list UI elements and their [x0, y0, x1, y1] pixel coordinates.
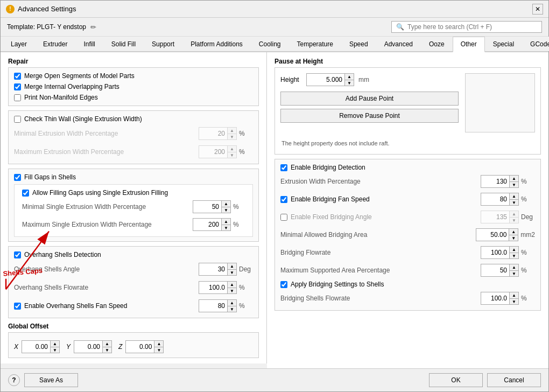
fill-gaps-section: Fill Gaps in Shells Allow Filling Gaps u…	[8, 169, 259, 242]
y-input[interactable]	[74, 341, 102, 353]
max-area-btns: ▲ ▼	[509, 264, 518, 276]
ok-button[interactable]: OK	[429, 373, 483, 387]
allow-filling-checkbox[interactable]	[22, 190, 29, 197]
overhang-angle-up[interactable]: ▲	[228, 263, 236, 269]
close-button[interactable]: ✕	[532, 4, 543, 15]
max-area-input[interactable]	[481, 264, 509, 276]
max-single-input[interactable]	[193, 219, 221, 230]
flowrate-down[interactable]: ▼	[510, 253, 518, 258]
x-up[interactable]: ▲	[51, 341, 59, 347]
check-thin-wall-label: Check Thin Wall (Single Extrusion Width)	[24, 115, 142, 123]
save-as-button[interactable]: Save As	[24, 373, 78, 387]
tab-solid-fill[interactable]: Solid Fill	[103, 37, 144, 51]
tab-platform-additions[interactable]: Platform Additions	[182, 37, 251, 51]
min-single-up[interactable]: ▲	[222, 201, 230, 207]
max-area-down[interactable]: ▼	[510, 270, 518, 276]
fixed-angle-checkbox[interactable]	[280, 214, 287, 221]
tab-support[interactable]: Support	[144, 37, 182, 51]
search-input[interactable]	[407, 23, 537, 31]
fixed-angle-input[interactable]	[481, 211, 509, 223]
bridging-fan-down[interactable]: ▼	[510, 199, 518, 205]
extrusion-width-up[interactable]: ▲	[510, 176, 518, 181]
tab-ooze[interactable]: Ooze	[421, 37, 453, 51]
shells-flowrate-up[interactable]: ▲	[510, 292, 518, 298]
fixed-angle-down[interactable]: ▼	[510, 217, 518, 223]
help-button[interactable]: ?	[8, 374, 20, 386]
apply-settings-checkbox[interactable]	[280, 281, 287, 288]
enable-fan-down[interactable]: ▼	[228, 306, 236, 312]
overhang-flowrate-input[interactable]	[199, 282, 227, 293]
max-extrusion-input[interactable]	[199, 146, 227, 158]
overhang-angle-input[interactable]	[199, 263, 227, 275]
x-down[interactable]: ▼	[51, 347, 59, 353]
enable-fan-input[interactable]	[199, 300, 227, 312]
global-offset-box: X ▲ ▼ Y	[8, 332, 259, 358]
tab-cooling[interactable]: Cooling	[251, 37, 289, 51]
max-single-up[interactable]: ▲	[222, 219, 230, 225]
cancel-button[interactable]: Cancel	[487, 373, 541, 387]
height-input[interactable]	[307, 74, 344, 86]
tab-speed[interactable]: Speed	[341, 37, 376, 51]
extrusion-width-down[interactable]: ▼	[510, 181, 518, 187]
pencil-icon[interactable]: ✏	[90, 23, 96, 31]
shells-flowrate-right: ▲ ▼ %	[481, 292, 535, 305]
overhang-flowrate-label: Overhang Shells Flowrate	[14, 284, 88, 291]
overhang-angle-down[interactable]: ▼	[228, 269, 236, 275]
bridging-fan-checkbox[interactable]	[280, 196, 287, 203]
fixed-angle-up[interactable]: ▲	[510, 211, 518, 217]
tab-gcode[interactable]: GCode	[522, 37, 549, 51]
min-extrusion-down[interactable]: ▼	[228, 134, 236, 139]
max-extrusion-up[interactable]: ▲	[228, 146, 236, 152]
flowrate-unit: %	[521, 249, 535, 256]
remove-pause-button[interactable]: Remove Pause Point	[280, 109, 459, 123]
min-area-up[interactable]: ▲	[509, 229, 518, 235]
max-area-up[interactable]: ▲	[510, 264, 518, 270]
flowrate-input[interactable]	[481, 247, 509, 258]
bridging-fan-up[interactable]: ▲	[510, 193, 518, 199]
max-extrusion-down[interactable]: ▼	[228, 152, 236, 158]
flowrate-up[interactable]: ▲	[510, 247, 518, 253]
enable-fan-checkbox[interactable]	[14, 303, 21, 310]
min-single-input[interactable]	[193, 201, 221, 213]
min-area-unit: mm2	[520, 231, 535, 239]
tab-temperature[interactable]: Temperature	[289, 37, 341, 51]
min-area-down[interactable]: ▼	[509, 235, 518, 241]
x-input[interactable]	[22, 341, 50, 353]
z-down[interactable]: ▼	[154, 347, 163, 353]
height-down[interactable]: ▼	[345, 80, 354, 86]
min-extrusion-input[interactable]	[199, 128, 227, 139]
z-input[interactable]	[126, 341, 154, 353]
shells-flowrate-unit: %	[521, 295, 535, 302]
enable-bridging-checkbox[interactable]	[280, 164, 287, 171]
main-content: Repair Merge Open Segments of Model Part…	[1, 52, 548, 368]
merge-open-checkbox[interactable]	[14, 73, 21, 80]
min-area-input[interactable]	[476, 229, 509, 241]
tab-extruder[interactable]: Extruder	[35, 37, 75, 51]
min-single-down[interactable]: ▼	[222, 207, 230, 213]
extrusion-width-input[interactable]	[481, 176, 509, 187]
shells-flowrate-input[interactable]	[481, 292, 509, 304]
tab-special[interactable]: Special	[485, 37, 522, 51]
tab-other[interactable]: Other	[453, 37, 485, 52]
add-pause-button[interactable]: Add Pause Point	[280, 92, 459, 106]
enable-fan-up[interactable]: ▲	[228, 300, 236, 306]
overhang-detection-checkbox[interactable]	[14, 251, 21, 258]
tab-layer[interactable]: Layer	[3, 37, 35, 51]
template-label: Template: PLGT- Y endstop	[7, 23, 86, 31]
check-thin-wall-checkbox[interactable]	[14, 116, 21, 123]
tab-infill[interactable]: Infill	[75, 37, 103, 51]
overhang-flowrate-up[interactable]: ▲	[228, 282, 236, 288]
fill-gaps-checkbox[interactable]	[14, 174, 21, 181]
min-extrusion-up[interactable]: ▲	[228, 128, 236, 134]
y-down[interactable]: ▼	[103, 347, 111, 353]
merge-internal-checkbox[interactable]	[14, 83, 21, 90]
max-single-down[interactable]: ▼	[222, 225, 230, 230]
tab-advanced[interactable]: Advanced	[376, 37, 421, 51]
y-up[interactable]: ▲	[103, 341, 111, 347]
z-up[interactable]: ▲	[154, 341, 163, 347]
print-non-manifold-checkbox[interactable]	[14, 94, 21, 101]
shells-flowrate-down[interactable]: ▼	[510, 298, 518, 304]
height-up[interactable]: ▲	[345, 74, 354, 80]
overhang-flowrate-down[interactable]: ▼	[228, 288, 236, 293]
bridging-fan-input[interactable]	[481, 193, 509, 205]
